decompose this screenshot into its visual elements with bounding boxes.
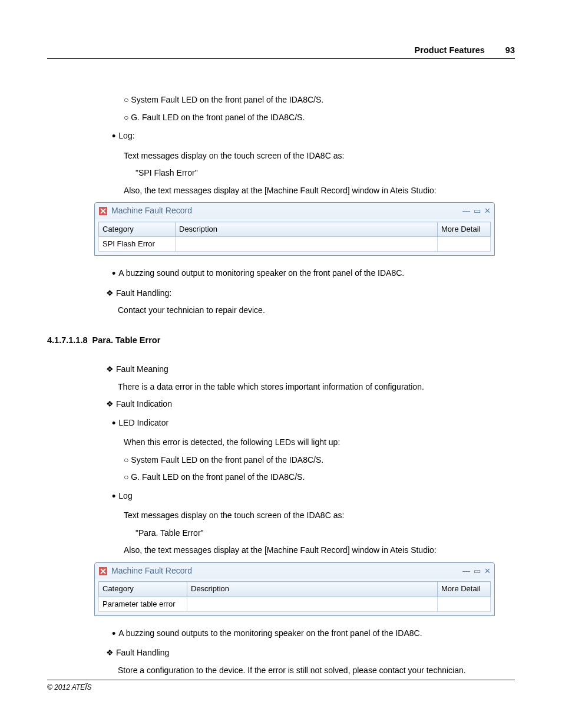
col-category: Category xyxy=(99,582,187,597)
cell-category: Parameter table error xyxy=(99,597,187,611)
machine-fault-record-window: Machine Fault Record — ▭ ✕ Category Desc… xyxy=(94,202,495,256)
list-item: A buzzing sound output to monitoring spe… xyxy=(112,266,515,281)
list-item: G. Fault LED on the front panel of the I… xyxy=(124,472,515,483)
window-title: Machine Fault Record xyxy=(111,565,192,577)
circle-list: System Fault LED on the front panel of t… xyxy=(106,454,515,483)
list-text: A buzzing sound outputs to the monitorin… xyxy=(118,628,422,638)
table-header-row: Category Description More Detail xyxy=(99,222,491,237)
window-body: Category Description More Detail SPI Fla… xyxy=(95,219,494,255)
fault-handling-label: Fault Handling xyxy=(116,648,169,657)
diamond-heading: Fault Indication xyxy=(106,398,515,410)
diamond-heading: Fault Handling xyxy=(106,647,515,659)
bullet-list: A buzzing sound outputs to the monitorin… xyxy=(106,627,515,641)
header-title: Product Features xyxy=(415,44,485,56)
fault-table: Category Description More Detail SPI Fla… xyxy=(98,222,491,252)
fault-meaning-label: Fault Meaning xyxy=(116,364,168,374)
maximize-icon[interactable]: ▭ xyxy=(474,566,481,577)
section-title: Para. Table Error xyxy=(92,334,161,346)
body-text: Also, the text messages display at the [… xyxy=(106,185,515,197)
list-item: Log: xyxy=(112,129,515,144)
cell-more-detail xyxy=(438,597,491,611)
cell-category: SPI Flash Error xyxy=(99,237,176,252)
page-content: System Fault LED on the front panel of t… xyxy=(47,94,515,676)
list-item: Log xyxy=(112,489,515,504)
table-row: SPI Flash Error xyxy=(99,237,491,252)
list-text: A buzzing sound output to monitoring spe… xyxy=(118,269,404,278)
body-text: Text messages display on the touch scree… xyxy=(106,150,515,162)
page-footer: © 2012 ATEÏS xyxy=(47,680,515,693)
table-row: Parameter table error xyxy=(99,597,491,611)
body-text: Contact your technician to repair device… xyxy=(106,305,515,317)
col-description: Description xyxy=(176,222,438,237)
body-text: "Para. Table Error" xyxy=(106,528,515,539)
bullet-list: LED Indicator xyxy=(106,416,515,431)
body-text: Text messages display on the touch scree… xyxy=(106,510,515,522)
list-item: System Fault LED on the front panel of t… xyxy=(124,454,515,466)
diamond-heading: Fault Handling: xyxy=(106,288,515,299)
body-text: When this error is detected, the followi… xyxy=(106,437,515,449)
list-item: System Fault LED on the front panel of t… xyxy=(124,94,515,106)
col-more-detail: More Detail xyxy=(438,582,491,597)
log-label: Log xyxy=(118,491,132,500)
list-text: System Fault LED on the front panel of t… xyxy=(131,455,323,465)
list-item: G. Fault LED on the front panel of the I… xyxy=(124,112,515,124)
circle-list: System Fault LED on the front panel of t… xyxy=(106,94,515,123)
window-body: Category Description More Detail Paramet… xyxy=(95,579,494,615)
body-text: "SPI Flash Error" xyxy=(106,167,515,179)
section-heading: 4.1.7.1.1.8 Para. Table Error xyxy=(47,334,515,346)
body-text: Store a configuration to the device. If … xyxy=(106,665,515,677)
col-category: Category xyxy=(99,222,176,237)
minimize-icon[interactable]: — xyxy=(462,566,470,577)
list-item: LED Indicator xyxy=(112,416,515,431)
window-titlebar: Machine Fault Record — ▭ ✕ xyxy=(95,203,494,219)
body-text: Also, the text messages display at the [… xyxy=(106,545,515,556)
maximize-icon[interactable]: ▭ xyxy=(474,206,481,216)
page-header: Product Features 93 xyxy=(47,44,515,59)
close-icon[interactable]: ✕ xyxy=(484,566,491,577)
section-number: 4.1.7.1.1.8 xyxy=(47,334,88,346)
list-text: System Fault LED on the front panel of t… xyxy=(131,95,323,104)
machine-fault-record-window: Machine Fault Record — ▭ ✕ Category Desc… xyxy=(94,562,495,616)
fault-indication-label: Fault Indication xyxy=(116,399,172,409)
log-label: Log: xyxy=(118,131,134,141)
bullet-list: Log xyxy=(106,489,515,504)
body-text: There is a data error in the table which… xyxy=(106,381,515,393)
window-titlebar: Machine Fault Record — ▭ ✕ xyxy=(95,563,494,579)
app-icon xyxy=(98,566,108,576)
cell-more-detail xyxy=(438,237,491,252)
fault-handling-label: Fault Handling: xyxy=(116,288,171,298)
list-text: G. Fault LED on the front panel of the I… xyxy=(131,472,305,482)
minimize-icon[interactable]: — xyxy=(462,206,470,216)
app-icon xyxy=(98,206,108,216)
col-description: Description xyxy=(187,582,438,597)
header-page-number: 93 xyxy=(505,44,515,56)
copyright: © 2012 ATEÏS xyxy=(47,683,92,691)
cell-description xyxy=(187,597,438,611)
table-header-row: Category Description More Detail xyxy=(99,582,491,597)
close-icon[interactable]: ✕ xyxy=(484,206,491,216)
window-title: Machine Fault Record xyxy=(111,205,192,217)
diamond-heading: Fault Meaning xyxy=(106,364,515,375)
list-item: A buzzing sound outputs to the monitorin… xyxy=(112,627,515,641)
list-text: G. Fault LED on the front panel of the I… xyxy=(131,113,305,122)
bullet-list: A buzzing sound output to monitoring spe… xyxy=(106,266,515,281)
fault-table: Category Description More Detail Paramet… xyxy=(98,581,491,611)
cell-description xyxy=(176,237,438,252)
col-more-detail: More Detail xyxy=(438,222,491,237)
bullet-list: Log: xyxy=(106,129,515,144)
led-label: LED Indicator xyxy=(118,418,168,427)
